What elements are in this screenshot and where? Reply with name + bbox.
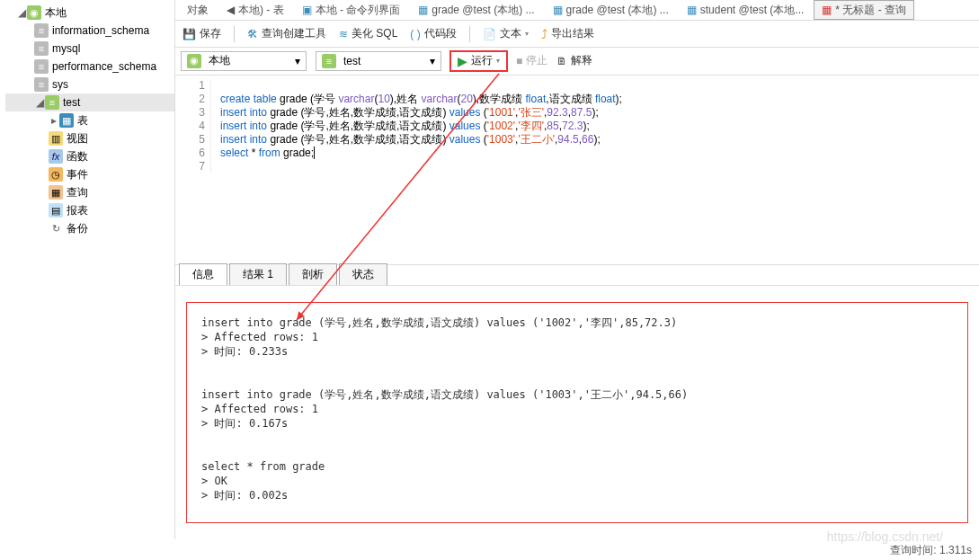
- database-select[interactable]: ≡test ▾: [316, 51, 441, 71]
- tab-table[interactable]: ◀本地) - 表: [218, 0, 292, 20]
- output-text[interactable]: insert into grade (学号,姓名,数学成绩,语文成绩) valu…: [186, 302, 968, 523]
- toolbar-main: 💾保存 🛠查询创建工具 ≋美化 SQL ( )代码段 📄文本▾ ⤴导出结果: [175, 21, 979, 47]
- tab-profile[interactable]: 剖析: [289, 263, 337, 285]
- save-icon: 💾: [182, 28, 196, 40]
- explain-icon: 🗎: [556, 55, 567, 67]
- snippet-button[interactable]: ( )代码段: [410, 26, 456, 41]
- cursor: [314, 147, 315, 159]
- expand-icon: ▸: [49, 114, 59, 127]
- run-button[interactable]: ▶ 运行 ▾: [450, 51, 507, 71]
- export-button[interactable]: ⤴导出结果: [541, 26, 594, 41]
- tab-cli[interactable]: ▣本地 - 命令列界面: [294, 0, 409, 20]
- play-icon: ▶: [458, 54, 467, 68]
- line-gutter: 1234567: [175, 79, 211, 173]
- toolbar-run: ◉本地 ▾ ≡test ▾ ▶ 运行 ▾ ■停止 🗎解释: [175, 48, 979, 76]
- table-icon: ▦: [553, 4, 563, 16]
- sql-code[interactable]: create table grade (学号 varchar(10),姓名 va…: [220, 79, 979, 160]
- tab-student[interactable]: ▦student @test (本地...: [679, 0, 813, 20]
- text-icon: 📄: [483, 28, 496, 40]
- tab-grade1[interactable]: ▦grade @test (本地) ...: [410, 0, 542, 20]
- table-icon: ▦: [59, 113, 74, 128]
- expand-icon: ◢: [16, 6, 27, 19]
- database-icon: ≡: [34, 23, 49, 38]
- database-icon: ≡: [34, 41, 49, 56]
- tab-info[interactable]: 信息: [179, 263, 227, 285]
- tab-result1[interactable]: 结果 1: [229, 263, 287, 285]
- divider: [469, 26, 470, 42]
- chevron-left-icon: ◀: [227, 4, 235, 16]
- chevron-down-icon: ▾: [496, 57, 500, 65]
- chevron-down-icon: ▾: [295, 55, 300, 67]
- report-icon: ▤: [49, 203, 63, 218]
- beautify-icon: ≋: [339, 28, 348, 40]
- tree-db-item[interactable]: ≡sys: [5, 76, 174, 93]
- result-tabs: 信息 结果 1 剖析 状态: [175, 264, 979, 286]
- query-icon: ▦: [49, 185, 63, 200]
- stop-button[interactable]: ■停止: [516, 53, 547, 68]
- editor-tabs: 对象 ◀本地) - 表 ▣本地 - 命令列界面 ▦grade @test (本地…: [175, 0, 979, 21]
- modified-icon: ▦: [822, 4, 832, 16]
- tree-backups[interactable]: ↻备份: [5, 219, 174, 237]
- tree-events[interactable]: ◷事件: [5, 165, 174, 183]
- backup-icon: ↻: [49, 221, 63, 236]
- query-builder-button[interactable]: 🛠查询创建工具: [247, 26, 326, 41]
- result-pane: insert into grade (学号,姓名,数学成绩,语文成绩) valu…: [175, 286, 979, 539]
- tree-conn[interactable]: ◢ ◉ 本地: [5, 4, 174, 22]
- stop-icon: ■: [516, 55, 522, 67]
- cli-icon: ▣: [302, 4, 312, 16]
- connection-select[interactable]: ◉本地 ▾: [181, 51, 307, 71]
- tree-reports[interactable]: ▤报表: [5, 201, 174, 219]
- tree-queries[interactable]: ▦查询: [5, 183, 174, 201]
- db-tree[interactable]: ◢ ◉ 本地 ≡information_schema ≡mysql ≡perfo…: [0, 0, 175, 539]
- tree-db-active[interactable]: ◢ ≡ test: [5, 93, 174, 111]
- save-button[interactable]: 💾保存: [182, 26, 221, 41]
- divider: [234, 26, 235, 42]
- tree-db-item[interactable]: ≡mysql: [5, 40, 174, 58]
- chevron-down-icon: ▾: [430, 55, 435, 67]
- beautify-button[interactable]: ≋美化 SQL: [339, 26, 397, 41]
- tree-conn-label: 本地: [45, 5, 67, 21]
- tab-query-untitled[interactable]: ▦* 无标题 - 查询: [814, 0, 914, 20]
- database-icon: ≡: [45, 95, 59, 110]
- view-icon: ▥: [49, 131, 63, 146]
- tab-objects[interactable]: 对象: [179, 0, 217, 20]
- event-icon: ◷: [49, 167, 63, 182]
- tree-functions[interactable]: fx函数: [5, 147, 174, 165]
- database-icon: ≡: [34, 77, 49, 92]
- connection-icon: ◉: [27, 5, 41, 20]
- export-icon: ⤴: [541, 27, 547, 41]
- expand-icon: ◢: [34, 96, 45, 109]
- snippet-icon: ( ): [410, 28, 420, 40]
- table-icon: ▦: [418, 4, 428, 16]
- tree-db-item[interactable]: ≡information_schema: [5, 22, 174, 40]
- sql-editor[interactable]: 1234567 create table grade (学号 varchar(1…: [175, 76, 979, 264]
- explain-button[interactable]: 🗎解释: [556, 53, 592, 68]
- database-icon: ≡: [322, 54, 336, 68]
- table-icon: ▦: [687, 4, 697, 16]
- tab-status[interactable]: 状态: [339, 263, 387, 285]
- database-icon: ≡: [34, 59, 49, 74]
- connection-icon: ◉: [187, 54, 201, 68]
- text-button[interactable]: 📄文本▾: [483, 26, 529, 41]
- function-icon: fx: [49, 149, 63, 164]
- tab-grade2[interactable]: ▦grade @test (本地) ...: [545, 0, 677, 20]
- tree-views[interactable]: ▥视图: [5, 129, 174, 147]
- tree-tables[interactable]: ▸▦表: [5, 111, 174, 129]
- status-bar: 查询时间: 1.311s: [890, 543, 972, 558]
- builder-icon: 🛠: [247, 28, 258, 40]
- tree-db-item[interactable]: ≡performance_schema: [5, 58, 174, 76]
- chevron-down-icon: ▾: [525, 30, 529, 38]
